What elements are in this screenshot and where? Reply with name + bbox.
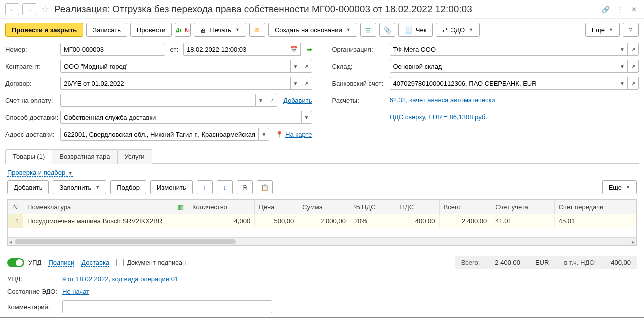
delivery-link[interactable]: Доставка	[81, 259, 109, 267]
col-vat[interactable]: НДС	[396, 200, 439, 214]
dropdown-icon[interactable]: ▼	[617, 60, 628, 73]
arrow-down-icon: ↓	[223, 184, 226, 192]
add-row-button[interactable]: Добавить	[7, 180, 49, 194]
attach-button[interactable]: 📎	[379, 23, 395, 37]
close-icon[interactable]: ✕	[629, 4, 639, 14]
col-icon[interactable]: ▦	[173, 200, 188, 214]
delivery-method-field[interactable]	[60, 111, 301, 124]
tab-returnable[interactable]: Возвратная тара	[52, 150, 117, 164]
write-button[interactable]: Записать	[86, 23, 127, 37]
col-price[interactable]: Цена	[255, 200, 298, 214]
col-item[interactable]: Номенклатура	[23, 200, 173, 214]
edo-button[interactable]: ⇄ЭДО▼	[436, 23, 480, 37]
more-vert-icon[interactable]: ⋮	[615, 4, 625, 14]
comment-field[interactable]	[62, 300, 272, 314]
date-field[interactable]	[183, 43, 288, 56]
delivery-addr-field[interactable]	[60, 128, 258, 141]
dt-kt-button[interactable]: ДтКт	[175, 23, 191, 37]
calendar-icon[interactable]: 📅	[288, 43, 301, 56]
goods-table[interactable]: N Номенклатура ▦ Количество Цена Сумма %…	[8, 200, 636, 238]
upd-toggle[interactable]	[7, 258, 24, 268]
edo-status-label: Состояние ЭДО:	[7, 288, 62, 296]
help-button[interactable]: ?	[623, 23, 639, 37]
more-button[interactable]: Еще▼	[585, 23, 620, 37]
dropdown-icon[interactable]: ▼	[617, 43, 628, 56]
col-transfer-account[interactable]: Счет передачи	[554, 200, 636, 214]
fill-button[interactable]: Заполнить▼	[53, 180, 106, 194]
add-invoice-link[interactable]: Добавить	[283, 97, 312, 104]
dropdown-icon[interactable]: ▼	[258, 128, 269, 141]
tab-goods[interactable]: Товары (1)	[5, 150, 52, 164]
form-area: Номер: от: 📅 ➡ Контрагент: ▼ ↗ Договор:	[0, 41, 644, 147]
open-icon[interactable]: ↗	[628, 60, 639, 73]
create-based-button[interactable]: Создать на основании▼	[268, 23, 357, 37]
doc-signed-checkbox[interactable]	[116, 259, 124, 266]
move-up-button[interactable]: ↑	[197, 180, 213, 194]
favorite-icon[interactable]: ☆	[41, 4, 49, 15]
upd-label: УПД:	[7, 276, 62, 283]
contract-field[interactable]	[60, 77, 290, 90]
warehouse-field[interactable]	[390, 60, 617, 73]
scroll-left-icon[interactable]: ◄	[8, 238, 14, 246]
copy-button[interactable]: ⎘	[237, 180, 253, 194]
change-button[interactable]: Изменить	[150, 180, 193, 194]
delivery-method-label: Способ доставки:	[5, 114, 60, 122]
pick-button[interactable]: Подбор	[110, 180, 146, 194]
open-icon[interactable]: ↗	[301, 77, 312, 90]
structure-button[interactable]: ⊞	[360, 23, 376, 37]
settlements-link[interactable]: 62.32, зачет аванса автоматически	[390, 96, 495, 104]
col-total[interactable]: Всего	[439, 200, 491, 214]
settlements-label: Расчеты:	[332, 97, 390, 104]
mail-button[interactable]: ✉	[249, 23, 265, 37]
table-row[interactable]: 1 Посудомоечная машина Bosch SRV2IKX2BR …	[8, 214, 636, 228]
upd-link[interactable]: 9 от 18.02.2022, код вида операции 01	[62, 276, 178, 283]
invoice-field[interactable]	[60, 94, 255, 107]
org-field[interactable]	[390, 43, 617, 56]
edo-icon: ⇄	[442, 26, 448, 34]
window-title: Реализация: Отгрузка без перехода права …	[54, 4, 598, 15]
vat-link[interactable]: НДС сверху, EUR = 86,1308 руб.	[390, 114, 487, 122]
mail-icon: ✉	[254, 26, 260, 34]
main-toolbar: Провести и закрыть Записать Провести ДтК…	[0, 19, 644, 41]
on-map[interactable]: 📍 На карте	[275, 131, 312, 138]
bank-field[interactable]	[390, 77, 617, 90]
open-icon[interactable]: ↗	[628, 77, 639, 90]
dropdown-icon[interactable]: ▼	[290, 77, 301, 90]
forward-button[interactable]: →	[22, 4, 36, 16]
dropdown-icon[interactable]: ▼	[617, 77, 628, 90]
tab-content: Проверка и подбор ▼ Добавить Заполнить▼ …	[0, 164, 644, 251]
move-down-button[interactable]: ↓	[217, 180, 233, 194]
edo-status-link[interactable]: Не начат	[62, 288, 89, 296]
posted-icon: ➡	[307, 46, 312, 54]
open-icon[interactable]: ↗	[628, 43, 639, 56]
horizontal-scrollbar[interactable]: ◄ ►	[8, 238, 636, 246]
col-n[interactable]: N	[8, 200, 23, 214]
scroll-thumb[interactable]	[15, 240, 236, 244]
tabs: Товары (1) Возвратная тара Услуги	[5, 149, 639, 164]
col-vat-pct[interactable]: % НДС	[350, 200, 396, 214]
post-and-close-button[interactable]: Провести и закрыть	[5, 23, 83, 37]
number-field[interactable]	[60, 43, 165, 56]
col-qty[interactable]: Количество	[188, 200, 255, 214]
print-button[interactable]: 🖨Печать▼	[194, 23, 246, 37]
more-table-button[interactable]: Еще▼	[602, 180, 637, 194]
signatures-link[interactable]: Подписи	[48, 259, 74, 267]
back-button[interactable]: ←	[5, 4, 19, 16]
printer-icon: 🖨	[200, 26, 207, 34]
receipt-button[interactable]: 🧾Чек	[398, 23, 433, 37]
contragent-field[interactable]	[60, 60, 290, 73]
open-icon[interactable]: ↗	[301, 60, 312, 73]
dropdown-icon[interactable]: ▼	[301, 111, 312, 124]
col-account[interactable]: Счет учета	[491, 200, 555, 214]
dropdown-icon[interactable]: ▼	[255, 94, 266, 107]
open-icon[interactable]: ↗	[266, 94, 277, 107]
paste-button[interactable]: 📋	[257, 180, 273, 194]
col-sum[interactable]: Сумма	[298, 200, 350, 214]
post-button[interactable]: Провести	[130, 23, 172, 37]
check-pick-link[interactable]: Проверка и подбор ▼	[7, 169, 73, 177]
dropdown-icon[interactable]: ▼	[290, 60, 301, 73]
link-icon[interactable]: 🔗	[601, 4, 611, 14]
scroll-right-icon[interactable]: ►	[630, 238, 636, 246]
delivery-addr-label: Адрес доставки:	[5, 131, 60, 138]
tab-services[interactable]: Услуги	[117, 150, 152, 164]
